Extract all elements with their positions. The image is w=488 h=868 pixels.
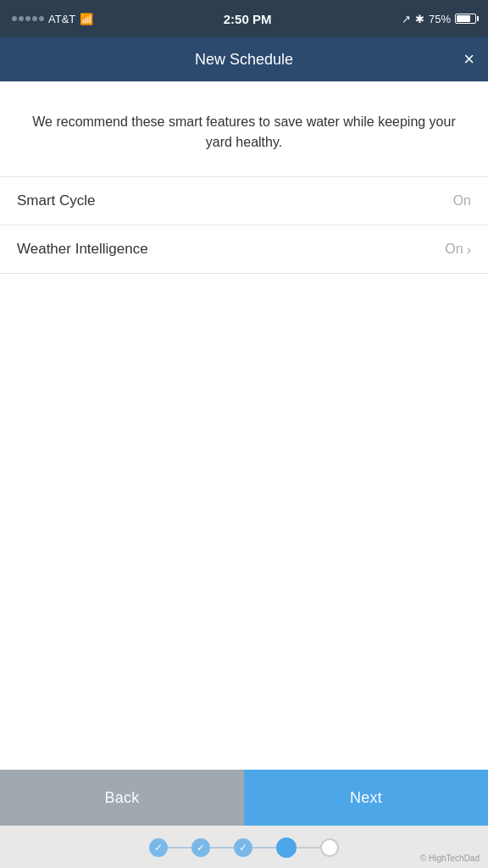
progress-line-4 (297, 847, 320, 849)
next-button[interactable]: Next (244, 770, 488, 826)
check-icon-2: ✓ (197, 842, 205, 854)
smart-cycle-value-wrap: On (453, 193, 471, 209)
check-icon-3: ✓ (239, 842, 247, 854)
close-button[interactable]: × (463, 50, 474, 69)
footer-buttons: Back Next (0, 770, 488, 826)
wifi-icon: 📶 (80, 13, 93, 25)
progress-line-3 (252, 847, 276, 849)
smart-cycle-row[interactable]: Smart Cycle On (0, 177, 488, 225)
status-bar: AT&T 📶 2:50 PM ↗ ✱ 75% (0, 0, 488, 37)
page-title: New Schedule (195, 51, 293, 69)
progress-line-2 (210, 847, 234, 849)
progress-step-4 (276, 837, 297, 858)
page-header: New Schedule × (0, 37, 488, 81)
weather-intelligence-label: Weather Intelligence (17, 241, 148, 258)
carrier-name: AT&T (48, 13, 75, 25)
smart-cycle-value: On (453, 193, 471, 209)
progress-area: ✓ ✓ ✓ © HighTechDad (0, 826, 488, 868)
weather-intelligence-value: On (445, 242, 463, 257)
watermark: © HighTechDad (420, 854, 480, 863)
progress-step-2: ✓ (191, 838, 210, 857)
back-button[interactable]: Back (0, 770, 244, 826)
weather-intelligence-row[interactable]: Weather Intelligence On › (0, 225, 488, 274)
settings-list: Smart Cycle On Weather Intelligence On › (0, 176, 488, 274)
progress-step-3: ✓ (234, 838, 252, 857)
chevron-right-icon: › (467, 242, 471, 258)
status-time: 2:50 PM (224, 12, 272, 26)
main-content: We recommend these smart features to sav… (0, 81, 488, 770)
bluetooth-icon: ✱ (415, 13, 424, 25)
progress-dots: ✓ ✓ ✓ (0, 826, 488, 868)
location-icon: ↗ (402, 13, 411, 25)
battery-percent: 75% (429, 13, 451, 25)
progress-line-1 (168, 847, 191, 849)
signal-icon (12, 16, 44, 21)
footer: Back Next ✓ ✓ ✓ © HighTechDad (0, 770, 488, 868)
progress-step-1: ✓ (149, 838, 168, 857)
check-icon-1: ✓ (154, 842, 163, 854)
description-text: We recommend these smart features to sav… (0, 81, 488, 176)
progress-step-5 (320, 838, 339, 857)
status-carrier-area: AT&T 📶 (12, 13, 93, 25)
smart-cycle-label: Smart Cycle (17, 192, 96, 209)
battery-icon (455, 14, 476, 24)
status-right-area: ↗ ✱ 75% (402, 13, 476, 25)
weather-intelligence-value-wrap: On › (445, 242, 471, 258)
